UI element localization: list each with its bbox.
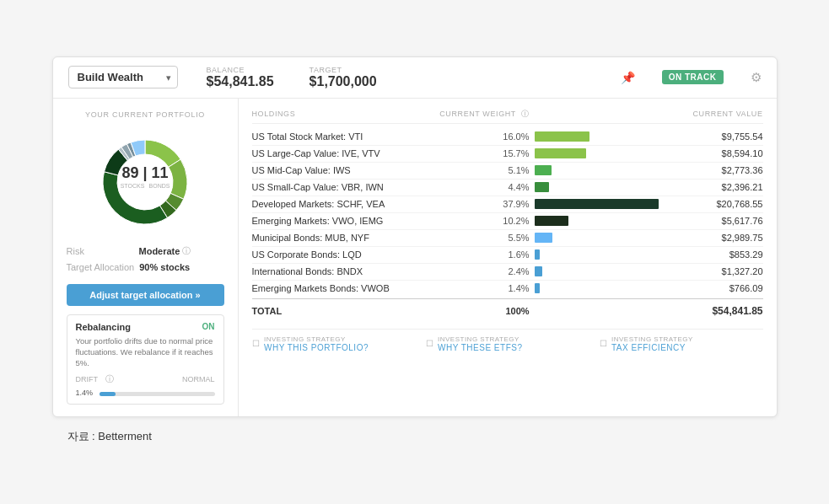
holding-value: $2,989.75 <box>665 233 762 243</box>
holding-weight: 5.5% <box>431 233 534 243</box>
holding-bar <box>535 131 665 142</box>
balance-block: BALANCE $54,841.85 <box>207 66 274 89</box>
holding-row: US Large-Cap Value: IVE, VTV 15.7% $8,59… <box>252 146 763 163</box>
target-block: TARGET $1,700,000 <box>310 66 377 89</box>
risk-value: Moderate <box>139 246 180 256</box>
donut-wrap: 89 | 11 STOCKS BONDS <box>67 127 224 237</box>
holding-name: US Small-Cap Value: VBR, IWN <box>252 182 432 192</box>
col-value-label: CURRENT VALUE <box>665 110 762 118</box>
strategy-item: ☐ INVESTING STRATEGY Why this Portfolio? <box>252 335 416 352</box>
strategy-icon: ☐ <box>426 339 434 348</box>
strategy-label: INVESTING STRATEGY <box>264 335 369 343</box>
balance-label: BALANCE <box>207 66 274 74</box>
drift-info-icon[interactable]: ⓘ <box>105 373 114 385</box>
holding-name: International Bonds: BNDX <box>252 266 432 276</box>
strategy-links: ☐ INVESTING STRATEGY Why this Portfolio?… <box>252 329 763 352</box>
holding-weight: 15.7% <box>431 148 534 158</box>
target-alloc-label: Target Allocation <box>67 262 135 272</box>
left-panel: YOUR CURRENT PORTFOLIO 89 | 11 STOCKS BO… <box>53 99 239 417</box>
source-label: 자료 : Betterment <box>67 430 152 442</box>
footer: 자료 : Betterment <box>52 417 778 448</box>
holding-value: $5,617.76 <box>665 216 762 226</box>
drift-bar-wrap <box>100 392 215 396</box>
holding-value: $2,773.36 <box>665 165 762 175</box>
holding-row: Emerging Markets Bonds: VWOB 1.4% $766.0… <box>252 281 763 297</box>
holdings-header: HOLDINGS CURRENT WEIGHT ⓘ CURRENT VALUE <box>252 109 763 124</box>
card-header: Build Wealth BALANCE $54,841.85 TARGET $… <box>53 57 777 99</box>
drift-row: DRIFT ⓘ NORMAL <box>76 373 215 385</box>
total-weight: 100% <box>431 306 534 316</box>
holding-row: US Small-Cap Value: VBR, IWN 4.4% $2,396… <box>252 180 763 196</box>
holding-weight: 4.4% <box>431 182 534 192</box>
holding-weight: 37.9% <box>431 199 534 209</box>
donut-stocks-label: STOCKS <box>121 183 145 189</box>
target-alloc-row: Target Allocation 90% stocks <box>67 262 224 272</box>
strategy-icon: ☐ <box>600 339 608 348</box>
total-value: $54,841.85 <box>665 305 762 317</box>
drift-label: DRIFT <box>76 375 99 383</box>
holding-bar <box>535 182 665 192</box>
rebalancing-toggle[interactable]: ON <box>202 322 215 331</box>
holding-weight: 1.4% <box>431 283 534 293</box>
holding-value: $2,396.21 <box>665 182 762 192</box>
strategy-link[interactable]: Why this Portfolio? <box>264 343 369 352</box>
col-holdings-label: HOLDINGS <box>252 110 432 118</box>
holding-row: US Total Stock Market: VTI 16.0% $9,755.… <box>252 129 763 146</box>
on-track-badge: ON TRACK <box>662 70 724 84</box>
holding-value: $20,768.55 <box>665 199 762 209</box>
total-row: TOTAL 100% $54,841.85 <box>252 298 763 322</box>
holding-weight: 10.2% <box>431 216 534 226</box>
holding-row: US Corporate Bonds: LQD 1.6% $853.29 <box>252 247 763 264</box>
holding-name: US Corporate Bonds: LQD <box>252 249 432 260</box>
strategy-label: INVESTING STRATEGY <box>611 335 693 343</box>
holding-name: Municipal Bonds: MUB, NYF <box>252 233 432 243</box>
donut-chart: 89 | 11 STOCKS BONDS <box>90 127 200 237</box>
holding-weight: 5.1% <box>431 165 534 175</box>
risk-info-icon[interactable]: ⓘ <box>182 245 191 257</box>
card-body: YOUR CURRENT PORTFOLIO 89 | 11 STOCKS BO… <box>53 99 777 417</box>
holding-bar <box>535 216 665 226</box>
holding-bar <box>535 249 665 260</box>
strategy-link[interactable]: Why these ETFs? <box>438 343 522 352</box>
holding-value: $1,327.20 <box>665 266 762 276</box>
strategy-link[interactable]: Tax Efficiency <box>611 343 686 352</box>
holding-value: $853.29 <box>665 249 762 260</box>
goal-select-wrap[interactable]: Build Wealth <box>68 66 178 88</box>
holding-weight: 16.0% <box>431 131 534 142</box>
holdings-rows: US Total Stock Market: VTI 16.0% $9,755.… <box>252 129 763 297</box>
right-panel: HOLDINGS CURRENT WEIGHT ⓘ CURRENT VALUE … <box>239 99 777 417</box>
holding-weight: 1.6% <box>431 249 534 260</box>
settings-icon[interactable]: ⚙ <box>751 70 762 85</box>
strategy-icon: ☐ <box>252 339 261 348</box>
holding-name: US Large-Cap Value: IVE, VTV <box>252 148 432 158</box>
adjust-btn[interactable]: Adjust target allocation » <box>67 284 224 306</box>
rebalancing-desc: Your portfolio drifts due to normal pric… <box>76 335 215 369</box>
balance-value: $54,841.85 <box>207 74 274 89</box>
holding-row: Emerging Markets: VWO, IEMG 10.2% $5,617… <box>252 213 763 230</box>
holding-bar <box>535 165 665 175</box>
donut-bonds-label: BONDS <box>149 183 170 189</box>
weight-info-icon[interactable]: ⓘ <box>521 110 530 118</box>
drift-bar-row: 1.4% <box>76 389 215 397</box>
holding-name: Emerging Markets Bonds: VWOB <box>252 283 432 293</box>
donut-center-text: 89 | 11 <box>121 164 168 181</box>
rebalancing-header: Rebalancing ON <box>76 322 215 332</box>
strategy-label: INVESTING STRATEGY <box>438 335 522 343</box>
risk-row: Risk Moderate ⓘ <box>67 245 224 257</box>
risk-label: Risk <box>67 246 134 256</box>
goal-select[interactable]: Build Wealth <box>68 66 178 88</box>
holding-value: $9,755.54 <box>665 131 762 142</box>
target-label: TARGET <box>310 66 377 74</box>
holding-name: Developed Markets: SCHF, VEA <box>252 199 432 209</box>
holding-name: Emerging Markets: VWO, IEMG <box>252 216 432 226</box>
portfolio-label: YOUR CURRENT PORTFOLIO <box>67 110 224 119</box>
holding-row: Municipal Bonds: MUB, NYF 5.5% $2,989.75 <box>252 230 763 247</box>
holding-row: US Mid-Cap Value: IWS 5.1% $2,773.36 <box>252 163 763 180</box>
holding-bar <box>535 148 665 158</box>
holding-bar <box>535 199 665 209</box>
holding-bar <box>535 283 665 293</box>
pin-icon: 📌 <box>621 71 635 84</box>
holding-bar <box>535 266 665 276</box>
rebalancing-title: Rebalancing <box>76 322 131 332</box>
holding-weight: 2.4% <box>431 266 534 276</box>
